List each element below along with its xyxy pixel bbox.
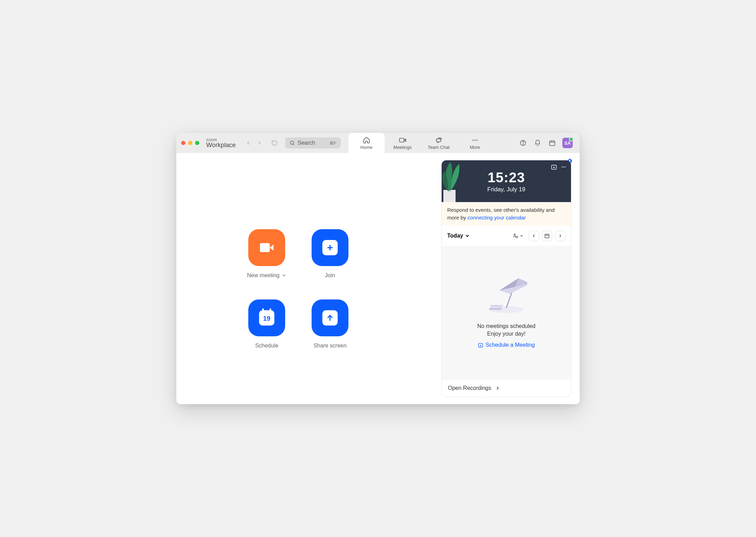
prev-day-button[interactable] — [529, 231, 539, 241]
add-calendar-button[interactable] — [551, 164, 557, 171]
clock-date: Friday, July 19 — [487, 186, 525, 193]
close-window-button[interactable] — [181, 141, 185, 145]
video-icon — [399, 136, 407, 144]
svg-rect-31 — [490, 305, 503, 307]
svg-rect-16 — [443, 190, 456, 202]
history-button[interactable] — [269, 138, 280, 148]
home-icon — [363, 136, 370, 144]
connect-calendar-link[interactable]: connecting your calendar — [467, 215, 526, 221]
chat-icon — [435, 136, 443, 144]
join-label: Join — [325, 272, 335, 279]
plus-icon — [325, 243, 335, 252]
calendar-icon — [544, 233, 550, 239]
svg-point-22 — [565, 167, 566, 168]
svg-rect-8 — [550, 141, 555, 145]
tab-team-chat-label: Team Chat — [428, 145, 450, 150]
schedule-action: 19 Schedule — [235, 299, 298, 349]
tab-meetings[interactable]: Meetings — [385, 133, 421, 153]
svg-rect-32 — [489, 308, 502, 310]
today-selector[interactable]: Today — [447, 233, 470, 239]
empty-line2: Enjoy your day! — [487, 331, 525, 337]
schedule-meeting-link[interactable]: Schedule a Meeting — [478, 342, 534, 348]
fullscreen-window-button[interactable] — [195, 141, 199, 145]
chevron-down-icon — [465, 233, 470, 239]
notifications-button[interactable] — [533, 138, 542, 147]
join-action: Join — [299, 229, 361, 279]
calendar-button[interactable] — [548, 138, 557, 147]
svg-point-20 — [562, 167, 563, 168]
clock-header: 15:23 Friday, July 19 — [442, 160, 571, 202]
chevron-right-icon — [495, 385, 500, 391]
minimize-window-button[interactable] — [188, 141, 192, 145]
empty-agenda: No meetings scheduled Enjoy your day! Sc… — [442, 246, 571, 379]
calendar-plus-icon — [551, 164, 557, 170]
new-meeting-button[interactable] — [248, 229, 285, 266]
card-more-button[interactable] — [561, 164, 567, 171]
search-placeholder: Search — [298, 140, 315, 146]
tab-home[interactable]: Home — [348, 133, 385, 153]
svg-line-1 — [293, 144, 294, 145]
action-grid: New meeting Join — [235, 229, 361, 349]
calendar-plus-icon — [478, 342, 483, 348]
schedule-day: 19 — [263, 315, 270, 322]
schedule-meeting-label: Schedule a Meeting — [485, 342, 534, 348]
clock-time: 15:23 — [488, 170, 525, 185]
app-title-line2: Workplace — [206, 142, 236, 148]
open-recordings-label: Open Recordings — [448, 385, 491, 391]
calendar-icon — [549, 139, 556, 146]
next-day-button[interactable] — [555, 231, 565, 241]
share-screen-action: Share screen — [299, 299, 361, 349]
bell-icon — [534, 139, 541, 146]
tab-home-label: Home — [360, 145, 372, 150]
calendar-picker-button[interactable] — [542, 231, 552, 241]
agenda-toolbar: Today — [442, 226, 571, 246]
search-icon — [289, 140, 295, 146]
main-tabs: Home Meetings Team Chat More — [348, 133, 493, 153]
video-camera-icon — [258, 239, 276, 257]
open-recordings-button[interactable]: Open Recordings — [442, 379, 571, 397]
titlebar: zoom Workplace Search ⌘F Home — [176, 133, 580, 153]
calendar-card: 15:23 Friday, July 19 Respond to events,… — [441, 160, 571, 397]
nav-arrows — [243, 138, 264, 148]
schedule-label: Schedule — [255, 343, 279, 349]
new-meeting-label: New meeting — [247, 272, 279, 279]
schedule-button[interactable]: 19 — [248, 299, 285, 336]
join-button[interactable] — [312, 229, 348, 266]
view-mode-button[interactable] — [510, 231, 526, 241]
plant-decoration-icon — [442, 160, 466, 202]
avatar[interactable]: SA — [562, 138, 573, 148]
svg-point-0 — [290, 141, 293, 144]
chevron-down-icon — [520, 234, 524, 238]
chevron-right-icon — [558, 233, 563, 238]
tab-meetings-label: Meetings — [393, 145, 412, 150]
nav-forward-button[interactable] — [255, 138, 264, 148]
more-icon — [471, 136, 479, 144]
search-shortcut: ⌘F — [329, 141, 337, 146]
svg-point-3 — [473, 139, 474, 141]
chevron-left-icon — [531, 233, 536, 238]
share-screen-button[interactable] — [312, 299, 348, 336]
chevron-down-icon — [282, 273, 287, 278]
search-input[interactable]: Search ⌘F — [285, 137, 341, 149]
tab-more-label: More — [470, 145, 480, 150]
more-horizontal-icon — [561, 164, 567, 170]
svg-point-7 — [523, 144, 523, 145]
person-card-icon — [513, 233, 518, 239]
help-button[interactable] — [518, 138, 528, 147]
svg-point-23 — [514, 234, 515, 235]
tab-more[interactable]: More — [457, 133, 493, 153]
svg-rect-2 — [400, 138, 404, 142]
new-meeting-action: New meeting — [235, 229, 298, 279]
tab-team-chat[interactable]: Team Chat — [421, 133, 457, 153]
help-icon — [520, 139, 526, 146]
svg-rect-25 — [545, 234, 549, 238]
nav-back-button[interactable] — [243, 138, 253, 148]
app-title: zoom Workplace — [206, 138, 236, 148]
svg-point-21 — [563, 167, 564, 168]
content: New meeting Join — [176, 153, 580, 404]
share-screen-label: Share screen — [313, 343, 346, 349]
today-label: Today — [447, 233, 463, 239]
arrow-up-icon — [326, 314, 334, 322]
new-meeting-label-row[interactable]: New meeting — [247, 272, 286, 279]
quick-actions-pane: New meeting Join — [176, 153, 441, 404]
